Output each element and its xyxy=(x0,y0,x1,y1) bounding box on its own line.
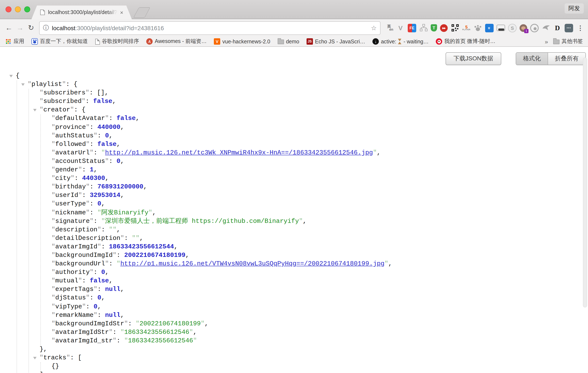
address-bar[interactable]: ⓘ localhost:3000/playlist/detail?id=2438… xyxy=(39,21,380,35)
translate-icon[interactable]: 英en xyxy=(385,24,393,32)
bookmark-active[interactable]: ↓active:- waiting… xyxy=(372,38,429,45)
json-row: "avatarImgId_str": "18633423556612546" xyxy=(52,337,392,345)
json-link[interactable]: http://p1.music.126.net/tc3Wk_XNPmwiR4hx… xyxy=(105,149,373,157)
json-row: "expertTags": null, xyxy=(52,286,392,294)
json-row: "remarkName": null, xyxy=(52,311,392,320)
collapse-triangle-icon[interactable] xyxy=(33,109,37,112)
json-row: "djStatus": 0, xyxy=(52,294,392,303)
video-speed-icon[interactable]: ▶▶ xyxy=(440,24,448,32)
vue-devtools-icon[interactable]: V xyxy=(396,24,405,32)
weibo-icon xyxy=(436,38,442,45)
json-row: "avatarImgId": 18633423556612544, xyxy=(52,243,392,251)
json-row: "mutual": false, xyxy=(52,277,392,286)
collapse-all-button[interactable]: 折叠所有 xyxy=(548,53,586,65)
json-row: "userType": 0, xyxy=(52,200,392,209)
new-tab-button[interactable] xyxy=(133,7,150,18)
browser-tab[interactable]: localhost:3000/playlist/detail?i × xyxy=(32,6,132,19)
json-row: "vipType": 0, xyxy=(52,303,392,311)
html5-player-icon[interactable]: 5PLAYER xyxy=(462,24,471,32)
fe-icon[interactable]: FE xyxy=(408,24,416,32)
darkreader-icon[interactable]: D xyxy=(553,24,562,32)
minimize-window-button[interactable] xyxy=(15,6,21,12)
url-text: localhost:3000/playlist/detail?id=243816… xyxy=(52,24,164,31)
apps-icon xyxy=(5,38,11,45)
bookmark-demo[interactable]: demo xyxy=(277,39,299,44)
bookmark-echojs[interactable]: JSEcho JS - JavaScri… xyxy=(306,38,365,45)
page-icon xyxy=(95,39,100,44)
json-row: "accountStatus": 0, xyxy=(52,157,392,166)
json-row: { xyxy=(16,72,392,80)
bookmark-items: 应用百度一下，你就知道谷歌按时间排序AAwesomes - 前端资…Vvue-h… xyxy=(5,38,495,45)
json-row: "backgroundImgIdStr": "2002210674180199"… xyxy=(52,320,392,328)
collapse-triangle-icon[interactable] xyxy=(9,75,13,77)
json-row: }, xyxy=(40,345,392,354)
weibo-gray-icon[interactable] xyxy=(530,24,539,32)
zoom-window-button[interactable] xyxy=(24,6,30,12)
bookmark-weibo[interactable]: 我的首页 微博-随时… xyxy=(436,38,495,45)
scrollbar-thumb[interactable] xyxy=(583,57,587,308)
tab-title: localhost:3000/playlist/detail?i xyxy=(48,9,117,15)
view-mode-segmented-control: 格式化 折叠所有 xyxy=(516,52,586,65)
json-viewer: {"playlist": {"subscribers": [],"subscri… xyxy=(16,72,392,373)
qrcode-icon[interactable] xyxy=(451,24,459,32)
json-row: "description": "", xyxy=(52,226,392,234)
reload-button[interactable]: ↻ xyxy=(25,23,37,32)
json-row: "avatarImgIdStr": "18633423556612546", xyxy=(52,328,392,337)
json-row: "subscribed": false, xyxy=(40,98,392,106)
json-row: "detailDescription": "", xyxy=(52,234,392,243)
json-row: "province": 440000, xyxy=(52,123,392,132)
page-content: 下载JSON数据 格式化 折叠所有 {"playlist": {"subscri… xyxy=(0,47,588,373)
json-row: "nickname": "阿发Binaryify", xyxy=(52,209,392,217)
close-window-button[interactable] xyxy=(6,6,11,12)
tab-close-icon[interactable]: × xyxy=(120,10,123,15)
folder-icon xyxy=(277,40,284,44)
browser-window: localhost:3000/playlist/detail?i × 阿发 ← … xyxy=(0,0,588,373)
acircle-icon: A xyxy=(146,38,153,45)
site-info-icon[interactable]: ⓘ xyxy=(43,24,49,32)
window-controls xyxy=(6,6,30,12)
json-row: "subscribers": [], xyxy=(40,89,392,97)
page-actions: 下载JSON数据 格式化 折叠所有 xyxy=(445,52,586,65)
more-extensions-icon[interactable]: ••• xyxy=(565,24,573,32)
monkey-icon[interactable]: 1 xyxy=(520,24,527,32)
bookmark-apps[interactable]: 应用 xyxy=(5,38,24,45)
forward-button[interactable]: → xyxy=(14,24,25,32)
profile-badge[interactable]: 阿发 xyxy=(565,3,584,14)
collapse-triangle-icon[interactable] xyxy=(33,357,37,359)
bookmark-awesomes[interactable]: AAwesomes - 前端资… xyxy=(146,38,207,45)
downcircle-icon: ↓ xyxy=(372,38,379,45)
json-link[interactable]: http://p1.music.126.net/VTW4vsN08vwL3uSQ… xyxy=(120,260,384,267)
json-row: "signature": "深圳市爱猫人士，前端工程师 https://gith… xyxy=(52,217,392,226)
bookmarks-bar: 应用百度一下，你就知道谷歌按时间排序AAwesomes - 前端资…Vvue-h… xyxy=(0,37,588,47)
bookmarks-right-group: » 其他书签 xyxy=(545,38,583,45)
json-row: "avatarUrl": "http://p1.music.126.net/tc… xyxy=(52,149,392,157)
paw-icon[interactable] xyxy=(474,24,482,32)
download-json-button[interactable]: 下载JSON数据 xyxy=(445,52,501,65)
json-row: "userId": 32953014, xyxy=(52,192,392,200)
bookmark-vue-hackernews[interactable]: Vvue-hackernews-2.0 xyxy=(214,38,270,45)
extensions-row: 英enVFET▶▶5PLAYER»S1D•••⋮ xyxy=(385,24,585,32)
json-row: "backgroundUrl": "http://p1.music.126.ne… xyxy=(52,260,392,268)
page-favicon-icon xyxy=(40,9,45,15)
bird-icon[interactable] xyxy=(542,24,550,32)
bookmark-star-icon[interactable]: ☆ xyxy=(371,24,377,32)
back-button[interactable]: ← xyxy=(3,24,14,32)
incognito-mask-icon[interactable] xyxy=(497,25,505,31)
bookmark-baidu[interactable]: 百度一下，你就知道 xyxy=(32,38,88,45)
s-icon[interactable]: S xyxy=(508,24,516,32)
hourglass-icon xyxy=(398,39,402,44)
collapse-triangle-icon[interactable] xyxy=(21,83,25,86)
tampermonkey-icon[interactable]: T xyxy=(431,24,437,32)
format-button[interactable]: 格式化 xyxy=(516,53,548,65)
baidu-icon xyxy=(32,38,38,45)
jssquare-icon: JS xyxy=(306,38,313,45)
json-row: "playlist": { xyxy=(28,80,392,89)
bookmark-google-sort[interactable]: 谷歌按时间排序 xyxy=(95,38,139,45)
sitemap-icon[interactable] xyxy=(419,24,428,32)
blue-download-icon[interactable]: » xyxy=(485,24,494,32)
json-row: "defaultAvatar": false, xyxy=(52,115,392,123)
bookmarks-overflow-icon[interactable]: » xyxy=(545,38,548,45)
browser-menu-icon[interactable]: ⋮ xyxy=(576,24,585,32)
other-bookmarks-folder[interactable]: 其他书签 xyxy=(553,38,583,45)
json-row: "tracks": [ xyxy=(40,354,392,362)
